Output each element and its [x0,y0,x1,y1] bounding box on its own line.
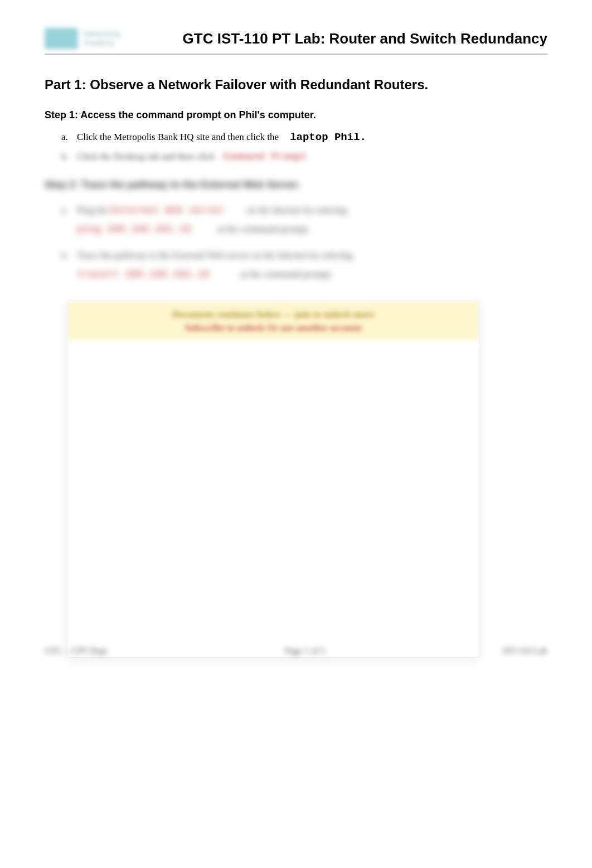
list-marker: b. [61,250,77,261]
logo: Networking Academy [45,28,134,49]
footer-left: GTC – CPT Dept [45,646,107,656]
step-1-item-a: a. Click the Metropolis Bank HQ site and… [61,131,547,143]
paywall-line-2: Subscribe to unlock Or use another accou… [73,322,473,334]
logo-text-2: Academy [84,38,134,47]
step-2-title: Step 2: Trace the pathway to the Externa… [45,179,547,191]
item-text: Click the Desktop tab and then click [77,151,215,162]
red-tracert-cmd: tracert 209.165.201.10 [77,269,210,280]
part-1-title: Part 1: Observe a Network Failover with … [45,77,547,93]
page-header: Networking Academy GTC IST-110 PT Lab: R… [45,28,547,55]
paywall-banner[interactable]: Document continues below — join to unloc… [67,301,479,340]
logo-text-1: Networking [84,30,134,38]
list-marker: b. [61,151,77,162]
item-text: Click the Metropolis Bank HQ site and th… [77,132,279,143]
text-mid: on the Internet by entering [246,205,347,215]
step-2-item-b: b. Trace the pathway to the External Web… [61,247,547,283]
red-ping-cmd: ping 209.165.201.10 [77,224,191,235]
footer-center: Page 1 of 5 [285,646,325,656]
text-after: at the command prompt. [240,269,333,279]
step-1-item-b: b. Click the Desktop tab and then click … [61,151,547,162]
text-after: at the command prompt. [217,224,310,234]
list-marker: a. [61,132,77,143]
paywall-line-1: Document continues below — join to unloc… [73,309,473,320]
list-marker: a. [61,205,77,216]
step-2-item-a: a. Ping the External Web server on the I… [61,201,547,239]
mono-laptop-phil: laptop Phil. [290,131,366,143]
red-external-web-server: External Web server [110,205,225,216]
step-1-title: Step 1: Access the command prompt on Phi… [45,109,547,121]
text-before: Ping the [77,205,108,215]
item-text: Trace the pathway to the External Web se… [77,247,352,283]
item-text: Ping the External Web server on the Inte… [77,201,347,239]
footer-right: IST-110 Lab [503,646,547,656]
logo-icon [45,28,78,49]
red-command-prompt: Command Prompt [222,151,307,162]
paywall-box: Document continues below — join to unloc… [67,301,479,658]
text: Trace the pathway to the External Web se… [77,250,352,261]
document-title: GTC IST-110 PT Lab: Router and Switch Re… [134,30,547,47]
page-footer: GTC – CPT Dept Page 1 of 5 IST-110 Lab [45,646,547,656]
